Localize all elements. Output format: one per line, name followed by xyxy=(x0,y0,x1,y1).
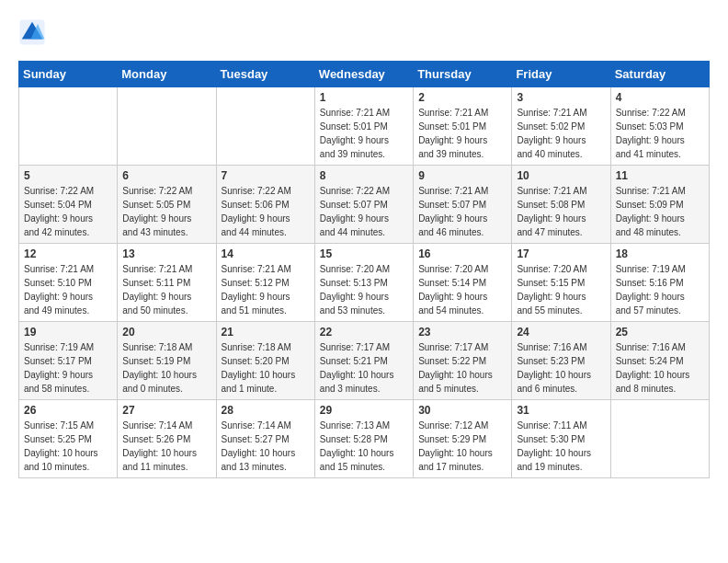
calendar-cell: 17Sunrise: 7:20 AM Sunset: 5:15 PM Dayli… xyxy=(512,244,610,322)
day-info: Sunrise: 7:17 AM Sunset: 5:22 PM Dayligh… xyxy=(418,340,506,396)
day-number: 23 xyxy=(418,326,506,339)
day-info: Sunrise: 7:20 AM Sunset: 5:13 PM Dayligh… xyxy=(320,262,408,317)
day-info: Sunrise: 7:21 AM Sunset: 5:11 PM Dayligh… xyxy=(122,262,210,317)
calendar-cell: 5Sunrise: 7:22 AM Sunset: 5:04 PM Daylig… xyxy=(19,166,118,244)
day-info: Sunrise: 7:14 AM Sunset: 5:26 PM Dayligh… xyxy=(122,419,210,474)
day-number: 19 xyxy=(24,326,112,339)
calendar-cell: 29Sunrise: 7:13 AM Sunset: 5:28 PM Dayli… xyxy=(314,400,413,478)
day-info: Sunrise: 7:18 AM Sunset: 5:19 PM Dayligh… xyxy=(122,340,210,396)
day-info: Sunrise: 7:22 AM Sunset: 5:07 PM Dayligh… xyxy=(320,184,408,239)
calendar-week-1: 1Sunrise: 7:21 AM Sunset: 5:01 PM Daylig… xyxy=(19,87,710,166)
day-number: 30 xyxy=(418,404,506,417)
day-number: 10 xyxy=(517,169,605,182)
day-number: 20 xyxy=(122,326,210,339)
calendar-cell: 11Sunrise: 7:21 AM Sunset: 5:09 PM Dayli… xyxy=(610,166,709,244)
day-info: Sunrise: 7:21 AM Sunset: 5:01 PM Dayligh… xyxy=(418,106,506,161)
logo xyxy=(18,18,50,46)
calendar-cell: 21Sunrise: 7:18 AM Sunset: 5:20 PM Dayli… xyxy=(216,322,314,400)
day-number: 2 xyxy=(418,91,506,104)
day-number: 6 xyxy=(122,169,210,182)
weekday-header-saturday: Saturday xyxy=(610,62,709,87)
calendar-cell xyxy=(19,87,118,166)
calendar-table: SundayMondayTuesdayWednesdayThursdayFrid… xyxy=(18,61,710,478)
day-number: 9 xyxy=(418,169,506,182)
day-info: Sunrise: 7:22 AM Sunset: 5:05 PM Dayligh… xyxy=(122,184,210,239)
calendar-body: 1Sunrise: 7:21 AM Sunset: 5:01 PM Daylig… xyxy=(19,87,710,478)
calendar-cell: 23Sunrise: 7:17 AM Sunset: 5:22 PM Dayli… xyxy=(414,322,512,400)
day-info: Sunrise: 7:14 AM Sunset: 5:27 PM Dayligh… xyxy=(222,419,310,474)
day-number: 5 xyxy=(24,169,112,182)
day-info: Sunrise: 7:15 AM Sunset: 5:25 PM Dayligh… xyxy=(24,419,112,474)
calendar-cell: 18Sunrise: 7:19 AM Sunset: 5:16 PM Dayli… xyxy=(610,244,709,322)
calendar-header: SundayMondayTuesdayWednesdayThursdayFrid… xyxy=(19,62,710,87)
day-number: 8 xyxy=(320,169,408,182)
weekday-header-monday: Monday xyxy=(118,62,216,87)
calendar-cell: 25Sunrise: 7:16 AM Sunset: 5:24 PM Dayli… xyxy=(610,322,709,400)
day-info: Sunrise: 7:20 AM Sunset: 5:14 PM Dayligh… xyxy=(418,262,506,317)
day-info: Sunrise: 7:22 AM Sunset: 5:06 PM Dayligh… xyxy=(222,184,310,239)
day-number: 28 xyxy=(222,404,310,417)
calendar-cell: 15Sunrise: 7:20 AM Sunset: 5:13 PM Dayli… xyxy=(314,244,413,322)
day-info: Sunrise: 7:22 AM Sunset: 5:03 PM Dayligh… xyxy=(616,106,704,161)
day-number: 15 xyxy=(320,247,408,260)
calendar-cell: 6Sunrise: 7:22 AM Sunset: 5:05 PM Daylig… xyxy=(118,166,216,244)
calendar-cell: 1Sunrise: 7:21 AM Sunset: 5:01 PM Daylig… xyxy=(314,87,413,166)
calendar-cell: 28Sunrise: 7:14 AM Sunset: 5:27 PM Dayli… xyxy=(216,400,314,478)
day-info: Sunrise: 7:21 AM Sunset: 5:02 PM Dayligh… xyxy=(517,106,605,161)
calendar-cell xyxy=(216,87,314,166)
calendar-cell: 16Sunrise: 7:20 AM Sunset: 5:14 PM Dayli… xyxy=(414,244,512,322)
day-info: Sunrise: 7:21 AM Sunset: 5:10 PM Dayligh… xyxy=(24,262,112,317)
calendar-cell: 4Sunrise: 7:22 AM Sunset: 5:03 PM Daylig… xyxy=(610,87,709,166)
calendar-cell xyxy=(610,400,709,478)
weekday-header-tuesday: Tuesday xyxy=(216,62,314,87)
day-number: 1 xyxy=(320,91,408,104)
day-number: 18 xyxy=(616,247,704,260)
calendar-cell: 20Sunrise: 7:18 AM Sunset: 5:19 PM Dayli… xyxy=(118,322,216,400)
calendar-cell: 9Sunrise: 7:21 AM Sunset: 5:07 PM Daylig… xyxy=(414,166,512,244)
day-info: Sunrise: 7:22 AM Sunset: 5:04 PM Dayligh… xyxy=(24,184,112,239)
day-number: 12 xyxy=(24,247,112,260)
calendar-cell: 10Sunrise: 7:21 AM Sunset: 5:08 PM Dayli… xyxy=(512,166,610,244)
day-info: Sunrise: 7:16 AM Sunset: 5:24 PM Dayligh… xyxy=(616,340,704,396)
day-info: Sunrise: 7:21 AM Sunset: 5:08 PM Dayligh… xyxy=(517,184,605,239)
day-info: Sunrise: 7:18 AM Sunset: 5:20 PM Dayligh… xyxy=(222,340,310,396)
calendar-cell: 13Sunrise: 7:21 AM Sunset: 5:11 PM Dayli… xyxy=(118,244,216,322)
day-info: Sunrise: 7:21 AM Sunset: 5:12 PM Dayligh… xyxy=(222,262,310,317)
calendar-week-2: 5Sunrise: 7:22 AM Sunset: 5:04 PM Daylig… xyxy=(19,166,710,244)
weekday-row: SundayMondayTuesdayWednesdayThursdayFrid… xyxy=(19,62,710,87)
day-number: 4 xyxy=(616,91,704,104)
day-number: 31 xyxy=(517,404,605,417)
calendar-cell: 26Sunrise: 7:15 AM Sunset: 5:25 PM Dayli… xyxy=(19,400,118,478)
day-info: Sunrise: 7:21 AM Sunset: 5:09 PM Dayligh… xyxy=(616,184,704,239)
calendar-cell: 19Sunrise: 7:19 AM Sunset: 5:17 PM Dayli… xyxy=(19,322,118,400)
day-info: Sunrise: 7:20 AM Sunset: 5:15 PM Dayligh… xyxy=(517,262,605,317)
day-info: Sunrise: 7:21 AM Sunset: 5:07 PM Dayligh… xyxy=(418,184,506,239)
calendar-cell: 27Sunrise: 7:14 AM Sunset: 5:26 PM Dayli… xyxy=(118,400,216,478)
page-header xyxy=(18,18,710,46)
calendar-cell: 3Sunrise: 7:21 AM Sunset: 5:02 PM Daylig… xyxy=(512,87,610,166)
calendar-cell: 24Sunrise: 7:16 AM Sunset: 5:23 PM Dayli… xyxy=(512,322,610,400)
calendar-cell: 14Sunrise: 7:21 AM Sunset: 5:12 PM Dayli… xyxy=(216,244,314,322)
day-info: Sunrise: 7:19 AM Sunset: 5:16 PM Dayligh… xyxy=(616,262,704,317)
calendar-cell: 31Sunrise: 7:11 AM Sunset: 5:30 PM Dayli… xyxy=(512,400,610,478)
day-number: 3 xyxy=(517,91,605,104)
weekday-header-friday: Friday xyxy=(512,62,610,87)
day-number: 22 xyxy=(320,326,408,339)
day-info: Sunrise: 7:12 AM Sunset: 5:29 PM Dayligh… xyxy=(418,419,506,474)
day-info: Sunrise: 7:11 AM Sunset: 5:30 PM Dayligh… xyxy=(517,419,605,474)
calendar-week-4: 19Sunrise: 7:19 AM Sunset: 5:17 PM Dayli… xyxy=(19,322,710,400)
day-info: Sunrise: 7:16 AM Sunset: 5:23 PM Dayligh… xyxy=(517,340,605,396)
calendar-cell: 2Sunrise: 7:21 AM Sunset: 5:01 PM Daylig… xyxy=(414,87,512,166)
calendar-cell: 12Sunrise: 7:21 AM Sunset: 5:10 PM Dayli… xyxy=(19,244,118,322)
day-number: 27 xyxy=(122,404,210,417)
day-number: 24 xyxy=(517,326,605,339)
day-number: 7 xyxy=(222,169,310,182)
calendar-week-3: 12Sunrise: 7:21 AM Sunset: 5:10 PM Dayli… xyxy=(19,244,710,322)
weekday-header-wednesday: Wednesday xyxy=(314,62,413,87)
day-info: Sunrise: 7:21 AM Sunset: 5:01 PM Dayligh… xyxy=(320,106,408,161)
day-number: 26 xyxy=(24,404,112,417)
day-info: Sunrise: 7:19 AM Sunset: 5:17 PM Dayligh… xyxy=(24,340,112,396)
day-number: 11 xyxy=(616,169,704,182)
calendar-cell: 30Sunrise: 7:12 AM Sunset: 5:29 PM Dayli… xyxy=(414,400,512,478)
weekday-header-sunday: Sunday xyxy=(19,62,118,87)
